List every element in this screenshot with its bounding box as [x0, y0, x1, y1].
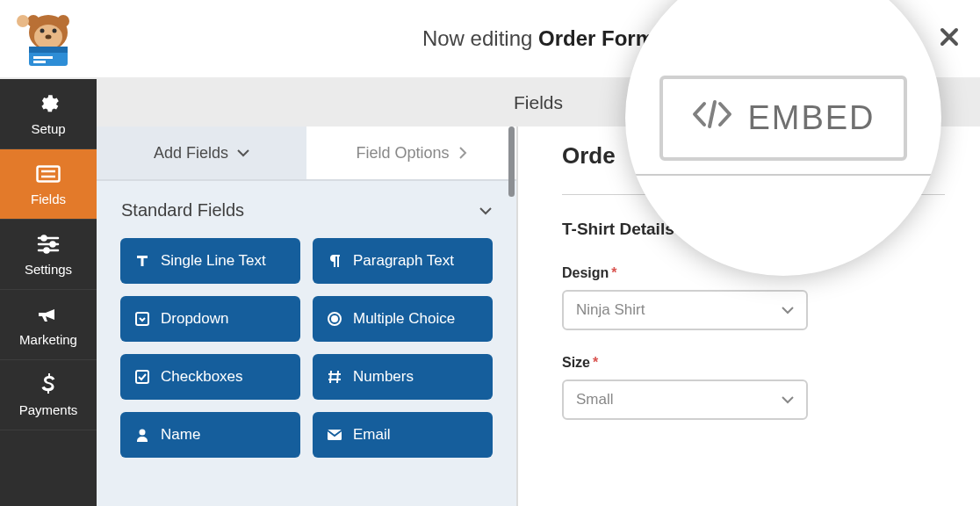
field-paragraph-text[interactable]: Paragraph Text: [313, 238, 493, 284]
sidebar: Setup Fields Settings Marketing Payments: [0, 79, 97, 506]
scrollbar[interactable]: [508, 126, 516, 506]
svg-rect-10: [33, 56, 53, 59]
field-label: Checkboxes: [161, 368, 243, 386]
sidebar-item-settings[interactable]: Settings: [0, 220, 97, 290]
pane-tabs: Add Fields Field Options: [97, 126, 516, 181]
svg-point-5: [53, 29, 57, 33]
field-numbers[interactable]: Numbers: [313, 354, 493, 400]
tab-add-fields[interactable]: Add Fields: [97, 126, 306, 181]
chevron-down-icon: [479, 206, 492, 215]
dollar-icon: [41, 372, 55, 397]
envelope-icon: [327, 427, 342, 443]
code-icon: [691, 97, 733, 140]
field-label: Dropdown: [161, 310, 229, 328]
sidebar-item-setup[interactable]: Setup: [0, 79, 97, 149]
field-label: Numbers: [353, 368, 414, 386]
embed-button[interactable]: EMBED: [659, 76, 906, 161]
field-checkboxes[interactable]: Checkboxes: [120, 354, 300, 400]
svg-rect-9: [29, 47, 68, 53]
chevron-right-icon: [458, 147, 467, 159]
scrollbar-thumb[interactable]: [508, 126, 515, 197]
svg-rect-12: [38, 167, 60, 182]
tab-fields[interactable]: Fields: [514, 92, 563, 113]
text-cursor-icon: [134, 253, 150, 269]
gear-icon: [37, 91, 60, 116]
svg-point-6: [46, 35, 52, 40]
brand-logo: [0, 8, 97, 69]
tab-label: Add Fields: [154, 144, 228, 163]
svg-point-29: [140, 430, 146, 436]
sidebar-item-label: Payments: [19, 402, 78, 417]
field-label: Multiple Choice: [353, 310, 455, 328]
field-single-line-text[interactable]: Single Line Text: [120, 238, 300, 284]
sidebar-item-payments[interactable]: Payments: [0, 360, 97, 430]
field-label: Single Line Text: [161, 252, 266, 270]
svg-point-3: [57, 15, 69, 27]
chevron-down-icon: [237, 148, 249, 157]
svg-rect-24: [136, 371, 148, 383]
svg-point-23: [332, 316, 337, 322]
person-icon: [134, 427, 150, 443]
chevron-down-icon: [782, 301, 794, 319]
svg-rect-11: [33, 61, 46, 63]
svg-point-18: [51, 242, 55, 247]
field-label: Paragraph Text: [353, 252, 454, 270]
chevron-down-icon: [782, 391, 794, 408]
design-select[interactable]: Ninja Shirt: [562, 290, 808, 330]
sidebar-item-label: Marketing: [19, 332, 77, 347]
sidebar-item-label: Settings: [25, 262, 72, 277]
sidebar-item-label: Fields: [31, 192, 66, 206]
svg-point-16: [42, 236, 47, 241]
embed-label: EMBED: [747, 99, 875, 137]
field-multiple-choice[interactable]: Multiple Choice: [313, 296, 493, 342]
svg-point-20: [45, 249, 49, 253]
svg-line-26: [337, 371, 338, 383]
bullhorn-icon: [37, 302, 60, 327]
sidebar-item-fields[interactable]: Fields: [0, 149, 97, 220]
size-label: Size*: [562, 355, 945, 371]
list-icon: [36, 162, 61, 186]
check-square-icon: [134, 369, 150, 385]
hash-icon: [327, 369, 342, 385]
section-standard-fields[interactable]: Standard Fields: [97, 181, 516, 238]
section-title: Standard Fields: [121, 200, 244, 220]
field-name[interactable]: Name: [120, 412, 300, 458]
sidebar-item-marketing[interactable]: Marketing: [0, 290, 97, 360]
field-grid: Single Line Text Paragraph Text Dropdown…: [97, 238, 516, 475]
tab-label: Field Options: [356, 144, 449, 163]
size-select[interactable]: Small: [562, 380, 808, 420]
sidebar-item-label: Setup: [31, 121, 65, 136]
svg-rect-21: [136, 313, 148, 325]
svg-point-2: [27, 15, 40, 27]
svg-point-4: [40, 29, 45, 33]
caret-down-square-icon: [134, 311, 150, 327]
paragraph-icon: [327, 253, 342, 269]
close-button[interactable]: [940, 25, 959, 53]
svg-line-25: [330, 371, 331, 383]
svg-line-31: [710, 102, 715, 126]
field-email[interactable]: Email: [313, 412, 493, 458]
tab-field-options[interactable]: Field Options: [306, 126, 516, 181]
fields-pane: Add Fields Field Options Standard Fields: [97, 126, 518, 506]
select-value: Small: [576, 391, 614, 408]
field-label: Email: [353, 426, 391, 444]
svg-point-7: [17, 15, 29, 27]
radio-dot-icon: [327, 311, 342, 327]
select-value: Ninja Shirt: [576, 301, 645, 319]
field-label: Name: [161, 426, 200, 444]
sliders-icon: [37, 232, 60, 257]
divider: [625, 174, 941, 176]
field-dropdown[interactable]: Dropdown: [120, 296, 300, 342]
